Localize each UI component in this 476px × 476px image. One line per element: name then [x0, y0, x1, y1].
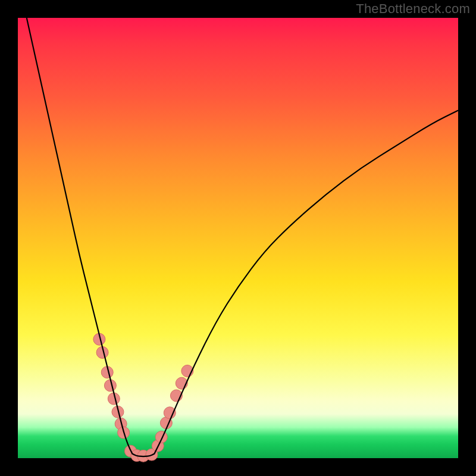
marker-group [93, 333, 193, 462]
plot-area [18, 18, 458, 458]
watermark-text: TheBottleneck.com [356, 1, 470, 17]
bottleneck-curve [27, 18, 458, 456]
chart-svg [18, 18, 458, 458]
chart-frame: TheBottleneck.com [0, 0, 476, 476]
data-marker [155, 431, 167, 443]
data-marker [164, 407, 176, 419]
